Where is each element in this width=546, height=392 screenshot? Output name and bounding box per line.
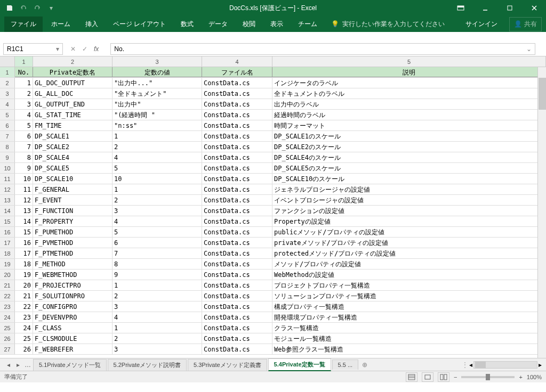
row-header[interactable]: 26 (0, 333, 15, 344)
cell-name[interactable]: GL_DOC_OUTPUT (33, 78, 113, 88)
cell-value[interactable]: 2 (113, 291, 202, 301)
cell-name[interactable]: GL_OUTPUT_END (33, 99, 113, 109)
row-header[interactable]: 7 (0, 131, 15, 141)
table-row[interactable]: 7 6 DP_SCALE1 1 ConstData.cs DP_SCALE1のス… (0, 131, 546, 142)
cell-no[interactable]: 13 (15, 206, 33, 216)
cell-desc[interactable]: クラス一覧構造 (272, 323, 546, 333)
cell-no[interactable]: 2 (15, 88, 33, 99)
view-normal-icon[interactable] (406, 372, 417, 382)
row-header[interactable]: 5 (0, 110, 15, 120)
table-row[interactable]: 3 2 GL_ALL_DOC "全ドキュメント" ConstData.cs 全ド… (0, 88, 546, 99)
header-file[interactable]: ファイル名 (202, 67, 272, 77)
cell-file[interactable]: ConstData.cs (202, 142, 272, 152)
row-header[interactable]: 22 (0, 291, 15, 301)
cell-desc[interactable]: イベントプロシージャの設定値 (272, 195, 546, 205)
cell-no[interactable]: 22 (15, 301, 33, 312)
cell-desc[interactable]: publicメソッド/プロパティの設定値 (272, 227, 546, 237)
tab-file[interactable]: ファイル (4, 17, 43, 32)
cell-name[interactable]: F_PROJECTPRO (33, 280, 113, 290)
cell-desc[interactable]: DP_SCALE2のスケール (272, 142, 546, 152)
tab-home[interactable]: ホーム (45, 17, 77, 32)
cell-no[interactable]: 1 (15, 78, 33, 88)
row-header[interactable]: 10 (0, 163, 15, 173)
vertical-scrollbar[interactable] (537, 67, 546, 358)
cell-file[interactable]: ConstData.cs (202, 174, 272, 184)
cell-name[interactable]: F_PROPERTY (33, 216, 113, 226)
select-all-corner[interactable] (0, 56, 15, 67)
table-row[interactable]: 18 17 F_PTMETHOD 7 ConstData.cs protecte… (0, 248, 546, 259)
cell-name[interactable]: F_WEBREFER (33, 344, 113, 354)
cell-no[interactable]: 11 (15, 184, 33, 194)
cell-file[interactable]: ConstData.cs (202, 184, 272, 194)
zoom-level[interactable]: 100% (527, 374, 542, 380)
col-header[interactable]: 4 (202, 56, 272, 67)
view-pagebreak-icon[interactable] (438, 372, 449, 382)
cell-value[interactable]: 1 (113, 131, 202, 141)
row-header[interactable]: 9 (0, 152, 15, 162)
table-row[interactable]: 13 12 F_EVENT 2 ConstData.cs イベントプロシージャの… (0, 195, 546, 206)
cell-desc[interactable]: プロジェクトプロパティ一覧構造 (272, 280, 546, 290)
cell-name[interactable]: F_CLASS (33, 323, 113, 333)
formula-input[interactable]: No. ⌄ (110, 43, 535, 55)
table-row[interactable]: 4 3 GL_OUTPUT_END "出力中" ConstData.cs 出力中… (0, 99, 546, 110)
chevron-down-icon[interactable]: ▾ (56, 45, 59, 53)
table-row[interactable]: 17 16 F_PVMETHOD 6 ConstData.cs privateメ… (0, 238, 546, 248)
tab-data[interactable]: データ (202, 17, 234, 32)
cell-file[interactable]: ConstData.cs (202, 312, 272, 322)
cell-name[interactable]: GL_STAT_TIME (33, 110, 113, 120)
cell-value[interactable]: 3 (113, 206, 202, 216)
redo-icon[interactable] (33, 4, 42, 12)
table-row[interactable]: 2 1 GL_DOC_OUTPUT "出力中..." ConstData.cs … (0, 78, 546, 88)
col-header[interactable]: 3 (113, 56, 202, 67)
maximize-button[interactable] (498, 0, 521, 16)
tab-view[interactable]: 表示 (264, 17, 290, 32)
header-desc[interactable]: 説明 (272, 67, 546, 77)
ribbon-options-icon[interactable] (449, 0, 472, 16)
cell-file[interactable]: ConstData.cs (202, 88, 272, 99)
cell-desc[interactable]: DP_SCALE10のスケール (272, 174, 546, 184)
cell-no[interactable]: 15 (15, 227, 33, 237)
table-row[interactable]: 12 11 F_GENERAL 1 ConstData.cs ジェネラルプロシー… (0, 184, 546, 195)
cell-name[interactable]: F_FUNCTION (33, 206, 113, 216)
cell-value[interactable]: 3 (113, 344, 202, 354)
cell-desc[interactable]: DP_SCALE1のスケール (272, 131, 546, 141)
tab-formula[interactable]: 数式 (174, 17, 200, 32)
cell-no[interactable]: 16 (15, 238, 33, 248)
cell-file[interactable]: ConstData.cs (202, 248, 272, 258)
header-name[interactable]: Private定数名 (33, 67, 113, 77)
cell-file[interactable]: ConstData.cs (202, 259, 272, 269)
name-box[interactable]: R1C1 ▾ (3, 43, 63, 55)
cell-value[interactable]: "出力中" (113, 99, 202, 109)
cell-no[interactable]: 20 (15, 280, 33, 290)
sheet-tab[interactable]: 5.1Privateメソッド一覧 (33, 359, 107, 371)
cell-file[interactable]: ConstData.cs (202, 152, 272, 162)
cell-name[interactable]: F_GENERAL (33, 184, 113, 194)
cancel-icon[interactable]: ✕ (70, 45, 76, 53)
table-row[interactable]: 8 7 DP_SCALE2 2 ConstData.cs DP_SCALE2のス… (0, 142, 546, 152)
cell-desc[interactable]: WebMethodの設定値 (272, 270, 546, 280)
row-header[interactable]: 18 (0, 248, 15, 258)
cell-desc[interactable]: ファンクションの設定値 (272, 206, 546, 216)
cell-desc[interactable]: 全ドキュメントのラベル (272, 88, 546, 99)
cell-no[interactable]: 14 (15, 216, 33, 226)
cell-no[interactable]: 4 (15, 110, 33, 120)
header-no[interactable]: No. (15, 67, 33, 77)
cell-desc[interactable]: 構成プロパティ一覧構造 (272, 301, 546, 312)
cell-desc[interactable]: ソリューションプロパティ一覧構造 (272, 291, 546, 301)
tab-team[interactable]: チーム (292, 17, 324, 32)
cell-name[interactable]: F_CLSMODULE (33, 333, 113, 344)
cell-desc[interactable]: Web参照クラス一覧構造 (272, 344, 546, 354)
cell-name[interactable]: F_PTMETHOD (33, 248, 113, 258)
row-header[interactable]: 2 (0, 78, 15, 88)
zoom-thumb[interactable] (486, 374, 490, 380)
enter-icon[interactable]: ✓ (82, 45, 87, 53)
cell-name[interactable]: DP_SCALE4 (33, 152, 113, 162)
zoom-slider[interactable] (461, 376, 515, 378)
cell-desc[interactable]: インジケータのラベル (272, 78, 546, 88)
cell-no[interactable]: 19 (15, 270, 33, 280)
cell-desc[interactable]: メソッド/プロパティの設定値 (272, 259, 546, 269)
cell-no[interactable]: 17 (15, 248, 33, 258)
cell-value[interactable]: 4 (113, 312, 202, 322)
table-row[interactable]: 5 4 GL_STAT_TIME "(経過時間 " ConstData.cs 経… (0, 110, 546, 120)
cell-file[interactable]: ConstData.cs (202, 280, 272, 290)
